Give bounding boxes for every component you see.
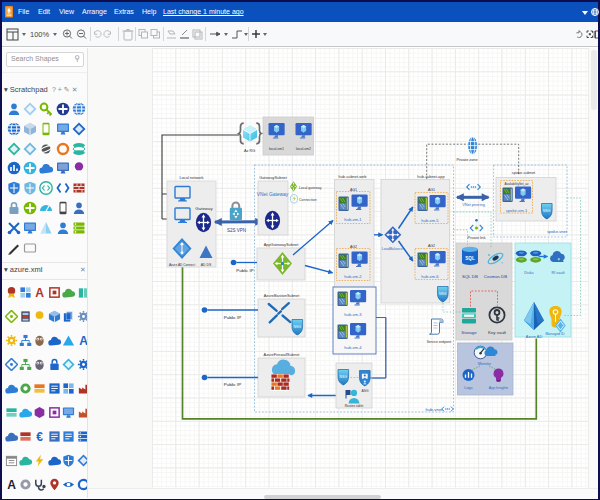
svg-text:Service endpoint: Service endpoint bbox=[427, 340, 452, 344]
svg-text:Routes table: Routes table bbox=[345, 404, 364, 408]
svg-text:hub-vm-4: hub-vm-4 bbox=[344, 345, 362, 350]
svg-text:GatewaySubnet: GatewaySubnet bbox=[259, 175, 288, 180]
svg-text:A: A bbox=[35, 286, 44, 299]
svg-text:Cosmos DB: Cosmos DB bbox=[484, 274, 507, 279]
svg-text:Local gateway: Local gateway bbox=[299, 186, 322, 190]
svg-text:spoke-subnet: spoke-subnet bbox=[512, 170, 536, 175]
svg-text:VNet Gateway: VNet Gateway bbox=[257, 192, 289, 197]
svg-text:spoke-vm-1: spoke-vm-1 bbox=[506, 208, 528, 213]
svg-text:hub-vm-2: hub-vm-2 bbox=[344, 274, 362, 279]
svg-text:hub-vm-6: hub-vm-6 bbox=[421, 274, 439, 279]
svg-text:AzureFirewallSubnet: AzureFirewallSubnet bbox=[264, 352, 301, 357]
svg-text:Connection: Connection bbox=[299, 198, 317, 202]
svg-text:S2S VPN: S2S VPN bbox=[227, 228, 246, 233]
svg-text:Private link: Private link bbox=[467, 236, 485, 240]
svg-text:hub-vm-1: hub-vm-1 bbox=[344, 217, 362, 222]
svg-text:LoadBalancer: LoadBalancer bbox=[382, 247, 405, 251]
svg-text:Disks: Disks bbox=[524, 270, 534, 275]
svg-text:Monitor: Monitor bbox=[478, 361, 492, 366]
svg-text:Private zone: Private zone bbox=[456, 158, 477, 162]
svg-text:AzureBastionSubnet: AzureBastionSubnet bbox=[264, 293, 300, 298]
svg-text:Azure AD Connect: Azure AD Connect bbox=[169, 263, 195, 267]
svg-text:hub-vm-3: hub-vm-3 bbox=[344, 312, 362, 317]
svg-text:local-vm2: local-vm2 bbox=[296, 147, 311, 151]
svg-text:Azure AD: Azure AD bbox=[526, 334, 543, 339]
svg-text:AG2: AG2 bbox=[428, 244, 435, 248]
svg-text:€: € bbox=[36, 430, 43, 443]
svg-text:Az RG: Az RG bbox=[244, 149, 255, 153]
svg-text:VNet peering: VNet peering bbox=[462, 202, 485, 207]
svg-text:Key vault: Key vault bbox=[488, 330, 507, 335]
svg-text:AppGatewaySubnet: AppGatewaySubnet bbox=[264, 242, 300, 247]
svg-text:Gateway: Gateway bbox=[195, 206, 213, 211]
svg-text:AG1: AG1 bbox=[428, 188, 435, 192]
svg-text:Logs: Logs bbox=[464, 385, 472, 390]
svg-text:hub-vm-5: hub-vm-5 bbox=[421, 218, 439, 223]
svg-text:ASG: ASG bbox=[362, 389, 369, 393]
svg-text:RI vault: RI vault bbox=[551, 270, 565, 275]
svg-text:App Insights: App Insights bbox=[489, 386, 509, 390]
svg-text:Managed ID: Managed ID bbox=[545, 332, 565, 336]
svg-text:hub-subnet-web: hub-subnet-web bbox=[339, 174, 367, 179]
svg-text:Public IP: Public IP bbox=[224, 315, 241, 320]
svg-text:100%: 100% bbox=[30, 30, 50, 39]
svg-text:hub-vnet: hub-vnet bbox=[425, 407, 443, 412]
svg-text:hub-subnet-app: hub-subnet-app bbox=[417, 174, 444, 179]
svg-text:AD DS: AD DS bbox=[201, 263, 212, 267]
svg-text:local-vm1: local-vm1 bbox=[269, 147, 284, 151]
svg-text:SQL DB: SQL DB bbox=[462, 274, 478, 279]
svg-text:Public IP: Public IP bbox=[224, 382, 241, 387]
svg-text:Local network: Local network bbox=[179, 175, 203, 180]
svg-text:Storage: Storage bbox=[461, 330, 477, 335]
svg-text:A: A bbox=[7, 478, 16, 491]
svg-text:A: A bbox=[79, 334, 88, 347]
svg-text:AvailabilitySet_az: AvailabilitySet_az bbox=[504, 182, 529, 186]
svg-text:Public IP: Public IP bbox=[236, 268, 253, 273]
svg-text:AG2: AG2 bbox=[350, 245, 357, 249]
svg-text:AG1: AG1 bbox=[350, 188, 357, 192]
svg-text:spoke-vnet: spoke-vnet bbox=[547, 229, 568, 234]
